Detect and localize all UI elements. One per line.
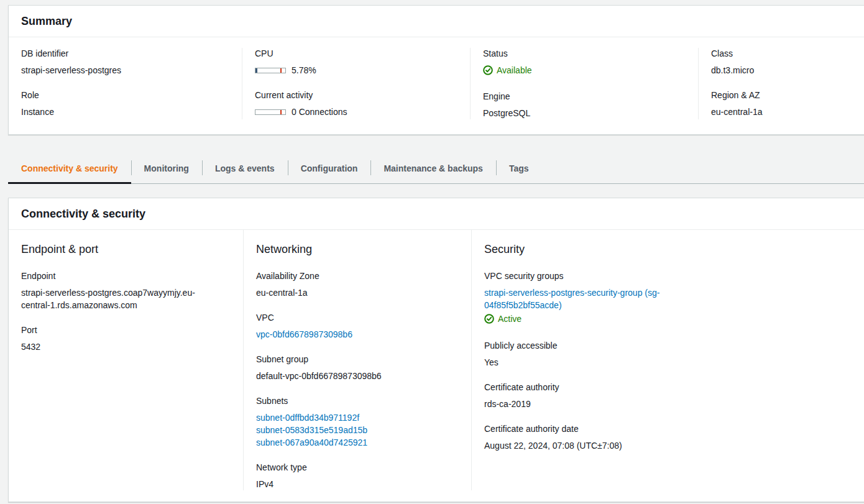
status-value: Available — [497, 64, 532, 76]
certificate-authority-date-field: Certificate authority date August 22, 20… — [484, 423, 853, 452]
network-type-field: Network type IPv4 — [256, 462, 459, 490]
role-field: Role Instance — [21, 89, 229, 118]
current-activity-value-row: 0 Connections — [255, 106, 457, 118]
network-type-value: IPv4 — [256, 478, 459, 490]
engine-field: Engine PostgreSQL — [483, 91, 686, 119]
certificate-authority-value: rds-ca-2019 — [484, 398, 853, 410]
connectivity-security-panel: Connectivity & security Endpoint & port … — [8, 198, 864, 502]
db-identifier-value: strapi-serverless-postgres — [21, 64, 229, 76]
vpc-security-groups-field: VPC security groups strapi-serverless-po… — [484, 270, 853, 327]
tab-tags[interactable]: Tags — [496, 155, 542, 183]
current-activity-value: 0 Connections — [292, 106, 347, 118]
vpc-security-groups-label: VPC security groups — [484, 270, 853, 282]
class-label: Class — [711, 48, 853, 59]
current-activity-field: Current activity 0 Connections — [255, 89, 457, 118]
publicly-accessible-value: Yes — [484, 356, 853, 369]
connectivity-grid: Endpoint & port Endpoint strapi-serverle… — [9, 230, 864, 502]
connections-threshold-marker — [280, 110, 282, 114]
summary-col-metrics: CPU 5.78% Current activity 0 Connec — [242, 48, 470, 119]
vpc-field: VPC vpc-0bfd66789873098b6 — [256, 312, 459, 341]
cpu-value-row: 5.78% — [255, 64, 457, 76]
region-az-label: Region & AZ — [711, 89, 853, 101]
publicly-accessible-label: Publicly accessible — [484, 340, 853, 351]
availability-zone-label: Availability Zone — [256, 270, 459, 282]
connectivity-title: Connectivity & security — [21, 208, 853, 221]
summary-grid: DB identifier strapi-serverless-postgres… — [9, 37, 864, 134]
cpu-value: 5.78% — [292, 64, 316, 76]
summary-title: Summary — [21, 15, 853, 28]
cpu-label: CPU — [255, 48, 457, 59]
check-circle-icon — [484, 314, 494, 324]
detail-tabs: Connectivity & security Monitoring Logs … — [8, 155, 864, 184]
endpoint-port-heading: Endpoint & port — [21, 242, 231, 257]
port-value: 5432 — [21, 341, 231, 353]
vpc-label: VPC — [256, 312, 459, 323]
availability-zone-field: Availability Zone eu-central-1a — [256, 270, 459, 299]
subnet-link[interactable]: subnet-0dffbdd34b971192f — [256, 411, 459, 424]
endpoint-field: Endpoint strapi-serverless-postgres.coap… — [21, 270, 231, 311]
status-badge: Available — [483, 64, 532, 76]
status-field: Status Available — [483, 48, 686, 78]
cpu-progress-fill — [255, 68, 257, 73]
subnet-group-field: Subnet group default-vpc-0bfd66789873098… — [256, 354, 459, 382]
summary-col-status: Status Available Engine PostgreSQL — [470, 48, 698, 119]
security-heading: Security — [484, 242, 853, 257]
port-field: Port 5432 — [21, 324, 231, 353]
region-az-field: Region & AZ eu-central-1a — [711, 89, 853, 118]
status-label: Status — [483, 48, 686, 59]
cpu-progress-bar — [255, 68, 286, 73]
engine-value: PostgreSQL — [483, 107, 686, 119]
vpc-link[interactable]: vpc-0bfd66789873098b6 — [256, 329, 352, 339]
endpoint-port-section: Endpoint & port Endpoint strapi-serverle… — [9, 230, 243, 490]
security-section: Security VPC security groups strapi-serv… — [471, 230, 864, 490]
endpoint-label: Endpoint — [21, 270, 231, 282]
subnet-group-value: default-vpc-0bfd66789873098b6 — [256, 370, 459, 382]
certificate-authority-field: Certificate authority rds-ca-2019 — [484, 382, 853, 410]
region-az-value: eu-central-1a — [711, 106, 853, 118]
security-group-status-value: Active — [498, 313, 522, 325]
cpu-threshold-marker — [280, 68, 282, 73]
cpu-field: CPU 5.78% — [255, 48, 457, 76]
class-field: Class db.t3.micro — [711, 48, 853, 76]
role-label: Role — [21, 89, 229, 101]
endpoint-value: strapi-serverless-postgres.coap7wayymjy.… — [21, 286, 208, 311]
class-value: db.t3.micro — [711, 64, 853, 76]
subnet-link[interactable]: subnet-067a90a40d7425921 — [256, 436, 459, 449]
summary-col-identity: DB identifier strapi-serverless-postgres… — [9, 48, 242, 119]
subnet-link[interactable]: subnet-0583d315e519ad15b — [256, 424, 459, 436]
summary-panel: Summary DB identifier strapi-serverless-… — [8, 5, 864, 135]
subnets-label: Subnets — [256, 395, 459, 406]
role-value: Instance — [21, 106, 229, 118]
summary-header: Summary — [9, 6, 864, 37]
summary-col-class: Class db.t3.micro Region & AZ eu-central… — [698, 48, 864, 119]
certificate-authority-date-label: Certificate authority date — [484, 423, 853, 434]
db-identifier-field: DB identifier strapi-serverless-postgres — [21, 48, 229, 76]
tab-logs-events[interactable]: Logs & events — [202, 155, 288, 183]
networking-heading: Networking — [256, 242, 459, 257]
subnet-group-label: Subnet group — [256, 354, 459, 365]
networking-section: Networking Availability Zone eu-central-… — [243, 230, 471, 490]
tab-monitoring[interactable]: Monitoring — [131, 155, 202, 183]
certificate-authority-date-value: August 22, 2024, 07:08 (UTC±7:08) — [484, 439, 853, 452]
security-group-link[interactable]: strapi-serverless-postgres-security-grou… — [484, 286, 671, 311]
check-circle-icon — [483, 65, 493, 75]
connections-progress-bar — [255, 109, 286, 115]
tab-maintenance-backups[interactable]: Maintenance & backups — [370, 155, 496, 183]
publicly-accessible-field: Publicly accessible Yes — [484, 340, 853, 369]
port-label: Port — [21, 324, 231, 336]
tab-configuration[interactable]: Configuration — [288, 155, 371, 183]
tab-connectivity-security[interactable]: Connectivity & security — [8, 155, 131, 183]
network-type-label: Network type — [256, 462, 459, 473]
certificate-authority-label: Certificate authority — [484, 382, 853, 393]
availability-zone-value: eu-central-1a — [256, 286, 459, 299]
security-group-status-badge: Active — [484, 313, 522, 325]
subnets-field: Subnets subnet-0dffbdd34b971192f subnet-… — [256, 395, 459, 449]
connectivity-header: Connectivity & security — [9, 198, 864, 230]
engine-label: Engine — [483, 91, 686, 102]
db-identifier-label: DB identifier — [21, 48, 229, 59]
current-activity-label: Current activity — [255, 89, 457, 101]
